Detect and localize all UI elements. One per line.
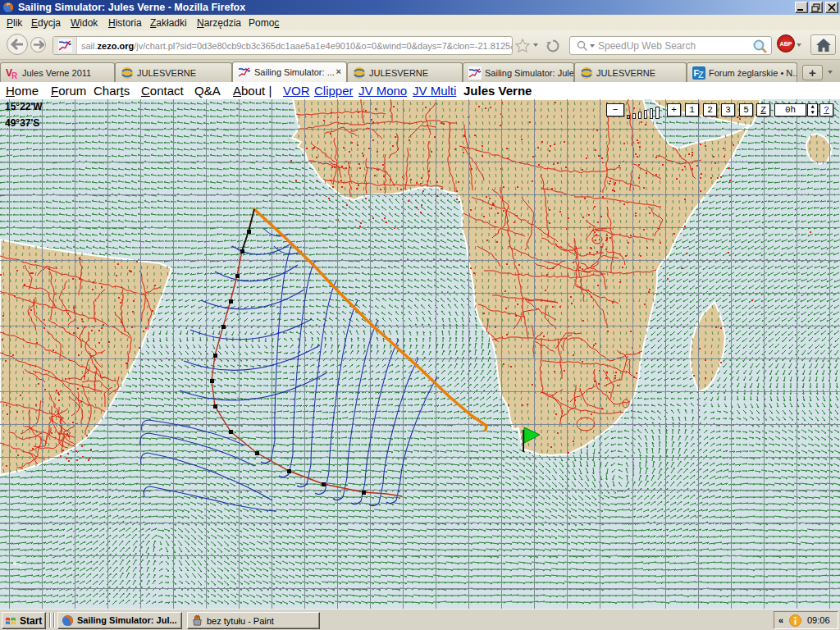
svg-text:R: R (11, 71, 18, 80)
svg-text:Z: Z (698, 70, 704, 80)
